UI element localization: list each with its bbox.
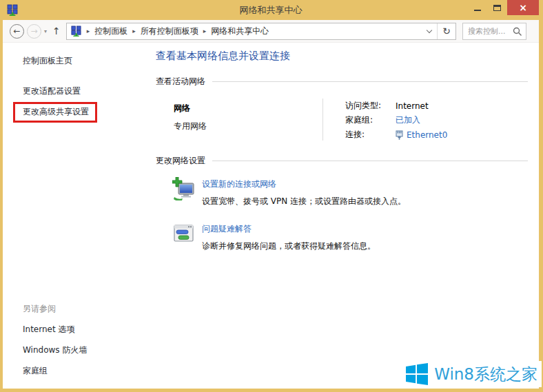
homegroup-joined-link[interactable]: 已加入	[396, 114, 420, 126]
ethernet-icon	[396, 130, 403, 140]
breadcrumb-chevron-icon: ▸	[203, 28, 207, 34]
address-bar[interactable]: ▸ 控制面板 ▸ 所有控制面板项 ▸ 网络和共享中心 ↻	[66, 23, 456, 40]
network-name: 网络	[174, 103, 322, 114]
sidebar-item-change-advanced-sharing-settings[interactable]: 更改高级共享设置	[23, 106, 89, 118]
back-icon: ←	[13, 26, 20, 36]
detail-label: 访问类型:	[345, 100, 396, 112]
recent-pages-button[interactable]: ▾	[44, 28, 47, 34]
close-button[interactable]: ×	[507, 0, 539, 15]
titlebar: 网络和共享中心 ×	[3, 0, 539, 20]
detail-row-homegroup: 家庭组: 已加入	[345, 113, 447, 127]
forward-icon: →	[30, 26, 37, 36]
window-controls: ×	[467, 0, 539, 15]
maximize-button[interactable]	[487, 0, 507, 15]
detail-label: 家庭组:	[345, 114, 396, 126]
breadcrumb-chevron-icon: ▸	[132, 28, 136, 34]
sidebar-item-homegroup[interactable]: 家庭组	[23, 365, 48, 377]
setup-new-connection-link[interactable]: 设置新的连接或网络	[202, 178, 276, 190]
address-toolbar: ← → ▾ ↑ ▸ 控制面板 ▸ 所有控制面板项 ▸ 网络和共享中心 ↻	[3, 20, 539, 43]
main-panel: 查看基本网络信息并设置连接 查看活动网络 网络 专用网络 访问类型: Inter…	[149, 43, 539, 388]
network-sharing-center-window: 网络和共享中心 × ← → ▾ ↑ ▸ 控制面板 ▸ 所有控制面板项 ▸	[0, 0, 543, 392]
detail-row-connections: 连接: Ethernet0	[345, 127, 447, 142]
troubleshoot-description: 诊断并修复网络问题，或者获得疑难解答信息。	[202, 240, 376, 252]
close-icon: ×	[519, 2, 527, 13]
refresh-button[interactable]: ↻	[437, 23, 455, 39]
chevron-down-icon	[427, 27, 432, 32]
network-location-icon	[70, 25, 82, 37]
windows-logo-icon	[406, 363, 428, 385]
sidebar-item-internet-options[interactable]: Internet 选项	[23, 324, 74, 336]
access-type-value: Internet	[396, 101, 429, 111]
refresh-icon: ↻	[442, 25, 451, 37]
setup-new-connection-item: 设置新的连接或网络 设置宽带、拨号或 VPN 连接；或设置路由器或接入点。	[172, 177, 528, 207]
setup-new-connection-text: 设置新的连接或网络 设置宽带、拨号或 VPN 连接；或设置路由器或接入点。	[202, 177, 406, 207]
search-icon	[513, 27, 522, 37]
network-type: 专用网络	[174, 121, 322, 132]
window-title: 网络和共享中心	[240, 4, 303, 17]
content-area: 控制面板主页 更改适配器设置 更改高级共享设置 另请参阅 Internet 选项…	[3, 43, 539, 388]
setup-new-connection-description: 设置宽带、拨号或 VPN 连接；或设置路由器或接入点。	[202, 196, 406, 207]
caret-down-icon: ▾	[44, 28, 47, 34]
troubleshoot-item: 问题疑难解答 诊断并修复网络问题，或者获得疑难解答信息。	[172, 222, 528, 252]
ethernet0-link[interactable]: Ethernet0	[407, 130, 447, 140]
up-button[interactable]: ↑	[52, 25, 61, 37]
breadcrumb-all-items[interactable]: 所有控制面板项	[141, 25, 198, 37]
back-button[interactable]: ←	[10, 24, 24, 39]
change-settings-section-header: 更改网络设置	[156, 155, 528, 167]
troubleshoot-link[interactable]: 问题疑难解答	[202, 223, 252, 235]
maximize-icon	[493, 5, 501, 11]
red-highlight-box: 更改高级共享设置	[13, 102, 97, 123]
breadcrumb-network-sharing[interactable]: 网络和共享中心	[211, 25, 269, 37]
new-connection-icon	[172, 177, 196, 200]
network-identity: 网络 专用网络	[174, 97, 322, 142]
up-arrow-icon: ↑	[52, 25, 61, 37]
troubleshoot-icon	[172, 222, 196, 245]
see-also-header: 另请参阅	[23, 303, 149, 315]
active-networks-section-header: 查看活动网络	[156, 76, 528, 87]
active-network-item: 网络 专用网络 访问类型: Internet 家庭组: 已加入 连接:	[174, 97, 528, 142]
search-box	[462, 23, 526, 40]
section-rule	[212, 161, 528, 161]
sidebar-item-change-adapter-settings[interactable]: 更改适配器设置	[23, 85, 81, 97]
watermark-text: Win8系统之家	[434, 364, 537, 385]
forward-button[interactable]: →	[27, 24, 41, 39]
address-dropdown-button[interactable]	[422, 23, 437, 39]
detail-label: 连接:	[345, 129, 396, 141]
section-rule	[212, 81, 528, 82]
troubleshoot-text: 问题疑难解答 诊断并修复网络问题，或者获得疑难解答信息。	[202, 222, 376, 252]
sidebar: 控制面板主页 更改适配器设置 更改高级共享设置 另请参阅 Internet 选项…	[3, 43, 149, 388]
breadcrumb-control-panel[interactable]: 控制面板	[94, 25, 127, 37]
sidebar-see-also-section: 另请参阅 Internet 选项 Windows 防火墙 家庭组	[3, 303, 149, 377]
minimize-icon	[474, 10, 481, 11]
network-app-icon	[6, 4, 19, 17]
sidebar-item-windows-firewall[interactable]: Windows 防火墙	[23, 344, 87, 356]
page-title: 查看基本网络信息并设置连接	[156, 50, 528, 63]
breadcrumb-chevron-icon: ▸	[87, 28, 90, 34]
section-label: 查看活动网络	[156, 76, 205, 87]
section-label: 更改网络设置	[156, 155, 205, 167]
network-details: 访问类型: Internet 家庭组: 已加入 连接:	[323, 97, 447, 142]
watermark: Win8系统之家	[400, 361, 542, 387]
sidebar-item-control-panel-home[interactable]: 控制面板主页	[23, 55, 72, 67]
detail-row-access-type: 访问类型: Internet	[345, 99, 447, 113]
minimize-button[interactable]	[467, 0, 487, 15]
